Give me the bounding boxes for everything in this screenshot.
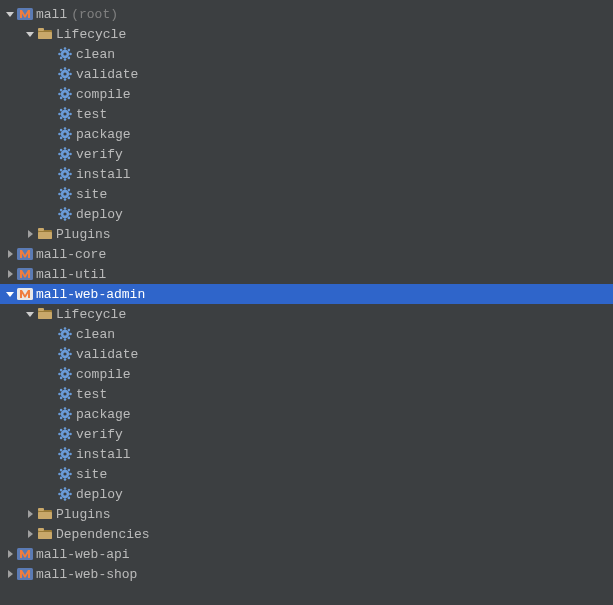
chevron-right-icon[interactable]	[4, 249, 16, 259]
tree-item-label: Plugins	[54, 227, 111, 242]
goal-deploy-2[interactable]: deploy	[0, 484, 613, 504]
svg-point-164	[69, 453, 72, 456]
module-mall-web-api[interactable]: mall-web-api	[0, 544, 613, 564]
tree-item-label: mall-web-admin	[34, 287, 145, 302]
goal-site[interactable]: site	[0, 184, 613, 204]
svg-point-73	[63, 172, 66, 175]
svg-point-6	[68, 57, 71, 60]
svg-rect-3	[38, 32, 52, 39]
lifecycle-folder[interactable]: Lifecycle	[0, 24, 613, 44]
goal-package[interactable]: package	[0, 124, 613, 144]
svg-point-93	[63, 212, 66, 215]
tree-item-label: Dependencies	[54, 527, 150, 542]
svg-point-57	[64, 158, 67, 161]
tree-item-label: mall-core	[34, 247, 106, 262]
module-mall-core[interactable]: mall-core	[0, 244, 613, 264]
chevron-right-icon[interactable]	[4, 569, 16, 579]
gear-icon	[56, 46, 74, 62]
maven-module-icon	[16, 267, 34, 281]
svg-point-149	[60, 409, 63, 412]
goal-install-2[interactable]: install	[0, 444, 613, 464]
goal-clean[interactable]: clean	[0, 44, 613, 64]
svg-point-69	[58, 173, 61, 176]
goal-compile-2[interactable]: compile	[0, 364, 613, 384]
svg-point-179	[60, 469, 63, 472]
svg-point-13	[63, 52, 66, 55]
plugins-folder-2[interactable]: Plugins	[0, 504, 613, 524]
svg-point-53	[63, 132, 66, 135]
svg-point-128	[58, 373, 61, 376]
svg-point-82	[68, 189, 71, 192]
goal-validate-2[interactable]: validate	[0, 344, 613, 364]
dependencies-folder[interactable]: Dependencies	[0, 524, 613, 544]
goal-verify[interactable]: verify	[0, 144, 613, 164]
svg-point-174	[69, 473, 72, 476]
svg-point-137	[60, 397, 63, 400]
svg-point-58	[60, 157, 63, 160]
tree-item-label: Plugins	[54, 507, 111, 522]
svg-point-152	[63, 412, 66, 415]
folder-icon	[36, 227, 54, 241]
chevron-right-icon[interactable]	[4, 549, 16, 559]
svg-rect-200	[17, 568, 33, 580]
module-mall-util[interactable]: mall-util	[0, 264, 613, 284]
gear-icon	[56, 326, 74, 342]
goal-compile[interactable]: compile	[0, 84, 613, 104]
module-mall-web-admin[interactable]: mall-web-admin	[0, 284, 613, 304]
svg-point-119	[60, 349, 63, 352]
chevron-down-icon[interactable]	[4, 9, 16, 19]
chevron-right-icon[interactable]	[24, 509, 36, 519]
svg-point-79	[58, 193, 61, 196]
goal-clean-2[interactable]: clean	[0, 324, 613, 344]
module-mall[interactable]: mall(root)	[0, 4, 613, 24]
goal-deploy[interactable]: deploy	[0, 204, 613, 224]
chevron-right-icon[interactable]	[24, 229, 36, 239]
chevron-down-icon[interactable]	[24, 29, 36, 39]
goal-test[interactable]: test	[0, 104, 613, 124]
svg-point-16	[68, 77, 71, 80]
tree-item-label: deploy	[74, 487, 123, 502]
svg-point-20	[60, 69, 63, 72]
gear-icon	[56, 386, 74, 402]
svg-point-30	[60, 89, 63, 92]
maven-projects-tree[interactable]: mall(root)Lifecyclecleanvalidatecompilet…	[0, 0, 613, 584]
svg-point-92	[68, 209, 71, 212]
maven-module-icon	[16, 287, 34, 301]
tree-item-label: install	[74, 447, 131, 462]
goal-package-2[interactable]: package	[0, 404, 613, 424]
folder-icon	[36, 27, 54, 41]
svg-point-15	[69, 73, 72, 76]
svg-point-55	[69, 153, 72, 156]
svg-point-10	[60, 49, 63, 52]
chevron-right-icon[interactable]	[4, 269, 16, 279]
goal-validate[interactable]: validate	[0, 64, 613, 84]
svg-point-36	[68, 117, 71, 120]
gear-icon	[56, 66, 74, 82]
goal-test-2[interactable]: test	[0, 384, 613, 404]
goal-verify-2[interactable]: verify	[0, 424, 613, 444]
svg-point-142	[63, 392, 66, 395]
svg-point-49	[58, 133, 61, 136]
svg-point-125	[68, 377, 71, 380]
svg-point-146	[64, 418, 67, 421]
goal-install[interactable]: install	[0, 164, 613, 184]
gear-icon	[56, 446, 74, 462]
goal-site-2[interactable]: site	[0, 464, 613, 484]
chevron-down-icon[interactable]	[24, 309, 36, 319]
svg-point-117	[60, 357, 63, 360]
svg-point-178	[58, 473, 61, 476]
svg-rect-96	[38, 232, 52, 239]
chevron-down-icon[interactable]	[4, 289, 16, 299]
svg-point-188	[58, 493, 61, 496]
svg-point-43	[63, 112, 66, 115]
svg-point-81	[64, 187, 67, 190]
tree-item-label: clean	[74, 327, 115, 342]
svg-point-140	[64, 387, 67, 390]
svg-point-135	[68, 397, 71, 400]
chevron-right-icon[interactable]	[24, 529, 36, 539]
plugins-folder[interactable]: Plugins	[0, 224, 613, 244]
svg-point-29	[58, 93, 61, 96]
lifecycle-folder-2[interactable]: Lifecycle	[0, 304, 613, 324]
module-mall-web-shop[interactable]: mall-web-shop	[0, 564, 613, 584]
svg-point-129	[60, 369, 63, 372]
